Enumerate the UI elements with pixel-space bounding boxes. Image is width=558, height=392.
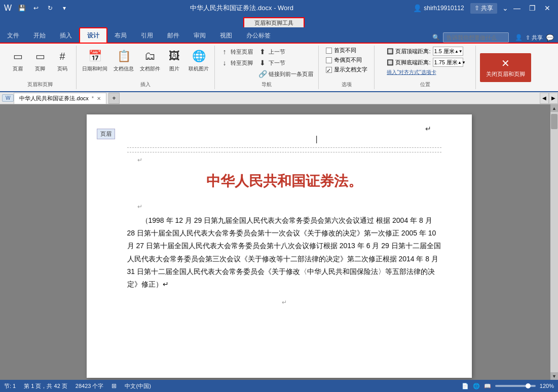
tab-home[interactable]: 开始 [26,28,53,43]
view-read-icon[interactable]: 📖 [484,383,491,389]
status-words: 28423 个字 [76,382,104,390]
tab-file[interactable]: 文件 [0,28,26,43]
scroll-tabs-right-button[interactable]: ▶ [549,93,558,104]
doc-body-text: （1998 年 12 月 29 日第九届全国人民代表大会常务委员会第六次会议通过… [127,214,441,291]
status-page: 第 1 页，共 42 页 [24,382,67,390]
view-web-icon[interactable]: 🌐 [473,383,480,389]
minimize-button[interactable]: — [510,3,524,13]
goto-header-label: 转至页眉 [231,48,253,56]
checkbox-odd-even[interactable] [326,57,332,63]
view-print-icon[interactable]: 📄 [462,383,469,389]
option-odd-even-label: 奇偶页不同 [334,56,362,64]
doc-tab[interactable]: 中华人民共和国证券法.docx * ✕ [14,93,106,104]
ribbon-toggle-button[interactable]: ⌄ [502,4,508,12]
tab-review[interactable]: 审阅 [187,28,213,43]
doc-tab-icon: W [2,94,14,102]
footer-icon: ▭ [32,48,48,64]
group-header-footer-title: 页眉和页脚 [27,79,53,88]
app-container: W 💾 ↩ ↻ ▾ 中华人民共和国证券法.docx - Word 👤 shirh… [0,0,558,392]
header-distance-input[interactable]: 1.5 厘米 ▲▼ [433,47,463,56]
online-pic-button[interactable]: 🌐 联机图片 [186,47,211,74]
redo-button[interactable]: ↻ [44,2,56,14]
tab-layout[interactable]: 布局 [107,28,134,43]
doc-tab-name: 中华人民共和国证券法.docx [19,95,88,102]
scroll-thumb[interactable] [551,114,557,129]
next-section-button[interactable]: ⬇ 下一节 [256,58,315,68]
prev-section-button[interactable]: ⬆ 上一节 [256,47,315,57]
docpart-button[interactable]: 🗂 文档部件 [137,47,163,74]
header-content-area[interactable]: | [127,133,441,148]
tab-office-tags[interactable]: 办公标签 [239,28,278,43]
page-number-label: 页码 [57,65,67,72]
picture-label: 图片 [169,65,179,72]
goto-footer-button[interactable]: ↓ 转至页脚 [218,58,255,68]
undo-button[interactable]: ↩ [30,2,42,14]
scroll-up-button[interactable]: ▲ [550,104,558,112]
footer-distance-spinner[interactable]: ▲▼ [458,60,466,65]
picture-button[interactable]: 🖼 图片 [164,47,185,74]
group-navigation: ↑ 转至页眉 ↓ 转至页脚 ⬆ 上一节 ⬇ 下一节 [215,46,319,89]
word-icon-small: W [6,95,10,101]
header-button[interactable]: ▭ 页眉 [7,47,28,74]
cursor-area: ↵ [127,125,441,133]
top-right-area: 🔍 👤 ⇧ 共享 💬 [432,32,558,43]
group-header-footer-items: ▭ 页眉 ▭ 页脚 # 页码 [7,47,73,79]
group-navigation-items: ↑ 转至页眉 ↓ 转至页脚 ⬆ 上一节 ⬇ 下一节 [218,47,315,79]
online-pic-icon: 🌐 [191,48,207,64]
insert-alignment-row[interactable]: 插入"对齐方式"选项卡 [387,69,463,76]
zoom-slider[interactable] [495,385,536,387]
insert-alignment-label: 插入"对齐方式"选项卡 [387,69,436,76]
link-prev-button[interactable]: 🔗 链接到前一条页眉 [256,69,315,79]
header-distance-spinner[interactable]: ▲▼ [455,49,463,54]
zoom-thumb[interactable] [526,383,531,388]
docinfo-button[interactable]: 📋 文档信息 [111,47,136,74]
footer-button[interactable]: ▭ 页脚 [29,47,51,74]
share-button[interactable]: ⇧ 共享 [470,3,497,14]
comment-icon[interactable]: 💬 [546,34,554,42]
scroll-down-button[interactable]: ▼ [550,372,558,380]
share-label[interactable]: ⇧ 共享 [526,34,543,42]
datetime-button[interactable]: 📅 日期和时间 [80,47,110,74]
doc-modified-indicator: * [92,95,94,101]
goto-header-button[interactable]: ↑ 转至页眉 [218,47,255,57]
zoom-level: 120% [540,383,554,389]
search-icon: 🔍 [432,34,440,41]
customize-button[interactable]: ▾ [58,2,70,14]
docpart-icon: 🗂 [142,48,158,64]
title-bar: W 💾 ↩ ↻ ▾ 中华人民共和国证券法.docx - Word 👤 shirh… [0,0,558,16]
checkbox-first-page[interactable] [326,48,332,54]
tab-mailings[interactable]: 邮件 [160,28,187,43]
page-number-button[interactable]: # 页码 [52,47,73,74]
header-distance-row: 🔲 页眉顶端距离: 1.5 厘米 ▲▼ [387,47,463,56]
save-button[interactable]: 💾 [16,2,28,14]
title-bar-left: W 💾 ↩ ↻ ▾ [4,2,70,14]
status-language: 中文(中国) [125,382,151,390]
search-input[interactable] [443,32,509,43]
goto-footer-icon: ↓ [220,59,229,67]
scroll-bar-right: ▲ ▼ [550,104,558,380]
group-insert-title: 插入 [140,79,151,88]
tab-design[interactable]: 设计 [79,27,107,43]
new-tab-button[interactable]: + [108,93,120,104]
footer-distance-input[interactable]: 1.75 厘米 ▲▼ [433,58,463,67]
checkbox-show-doc-text[interactable]: ✓ [326,67,332,73]
option-first-page-diff[interactable]: 首页不同 [326,47,367,54]
context-tab-label: 页眉和页脚工具 [243,17,305,27]
restore-button[interactable]: ❐ [526,3,539,13]
tab-references[interactable]: 引用 [134,28,160,43]
header-distance-label: 🔲 页眉顶端距离: [387,48,430,55]
doc-title: 中华人民共和国证券法。 [127,172,441,191]
group-position-items: 🔲 页眉顶端距离: 1.5 厘米 ▲▼ 🔲 页脚底端距离: 1.75 厘米 ▲▼ [387,47,463,79]
app-icon: W [4,4,12,13]
close-header-footer-button[interactable]: ✕ 关闭页眉和页脚 [480,53,531,82]
status-lang-icon: ⊞ [111,382,117,389]
group-insert: 📅 日期和时间 📋 文档信息 🗂 文档部件 🖼 图片 🌐 联机图片 [77,46,215,89]
tab-insert[interactable]: 插入 [53,28,79,43]
close-button[interactable]: ✕ [541,3,554,13]
doc-tab-close-button[interactable]: ✕ [97,96,101,101]
scroll-tabs-left-button[interactable]: ◀ [540,93,549,104]
option-show-doc-text[interactable]: ✓ 显示文档文字 [326,66,367,73]
option-odd-even-diff[interactable]: 奇偶页不同 [326,56,367,64]
tab-view[interactable]: 视图 [213,28,239,43]
docpart-label: 文档部件 [140,65,160,72]
